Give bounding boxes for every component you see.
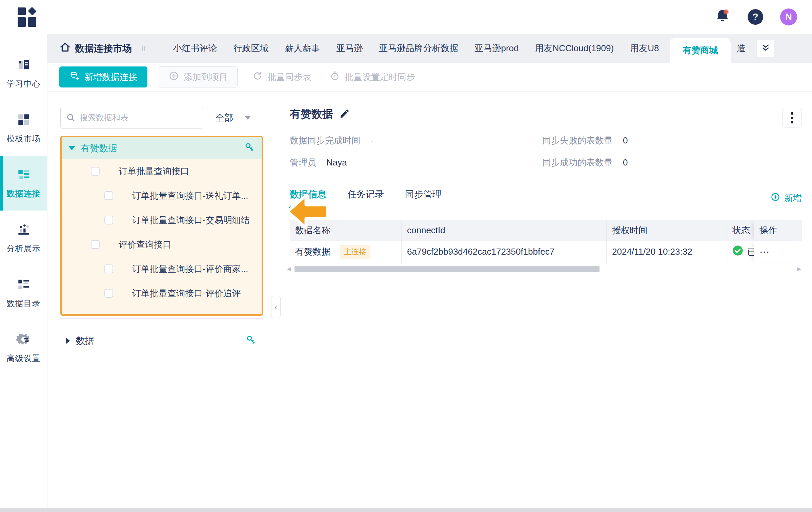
add-new-button[interactable]: 新增 [771,192,802,204]
connection-tab[interactable]: 造 [731,42,752,54]
info-value: Naya [326,157,347,168]
tree-item[interactable]: 订单批量查询接口 [62,159,262,183]
sidebar-item-learning-center[interactable]: 学习中心 [0,46,47,101]
tree-item[interactable]: 订单批量查询接口-评价商家... [62,257,262,281]
auth-key-icon[interactable] [244,142,255,154]
sidebar-item-advanced-settings[interactable]: 高级设置 [0,320,47,375]
top-bar: ? N [0,0,812,34]
checkbox[interactable] [91,240,100,249]
scope-filter-dropdown[interactable]: 全部 [216,112,251,124]
auth-key-icon[interactable] [245,335,256,347]
connect-id: 6a79cf2bb93d462cac172350f1bbfec7 [407,247,554,257]
add-to-project-button[interactable]: 添加到项目 [159,66,238,87]
tab-data-info[interactable]: 数据信息 [290,188,326,208]
sidebar-item-data-connection[interactable]: 数据连接 [0,156,47,211]
tab-task-records[interactable]: 任务记录 [347,188,384,208]
primary-connection-badge: 主连接 [340,245,370,259]
tab-sync-management[interactable]: 同步管理 [405,188,442,208]
checkbox[interactable] [104,216,113,224]
column-header: connectId [402,220,607,241]
tree-item-label: 订单批量查询接口-评价追评 [132,288,241,299]
connection-tab[interactable]: 亚马逊 [328,42,371,54]
sidebar-item-label: 数据连接 [7,188,41,199]
connection-tab-active[interactable]: 有赞商城 [670,38,731,63]
connection-tab[interactable]: 薪人薪事 [277,42,328,54]
connection-info: 数据同步完成时间 - 同步失败的表数量 0 管理员 Naya 同步成功的表数 [290,135,802,169]
batch-schedule-sync-button[interactable]: 批量设置定时同步 [326,66,419,87]
row-more-actions-icon[interactable]: ⋯ [759,246,770,258]
button-label: 批量设置定时同步 [345,71,415,83]
tab-overflow-button[interactable] [756,39,775,58]
notification-bell-icon[interactable] [714,8,731,26]
connection-tab[interactable]: 亚马逊prod [466,42,527,54]
table-row-connectid-cell: 6a79cf2bb93d462cac172350f1bbfec7 [402,241,607,263]
tree-item[interactable]: 订单批量查询接口-送礼订单... [62,183,262,208]
checkbox[interactable] [104,191,113,200]
toolbar: 新增数据连接 添加到项目 [47,63,812,92]
table-row-status-cell: 已 [727,241,754,263]
column-header: 状态 [727,220,754,241]
info-label: 管理员 [290,157,316,169]
connection-tab[interactable]: 小红书评论 [165,42,225,54]
breadcrumb[interactable]: 数据连接市场 [59,41,132,55]
scrollbar-thumb[interactable] [295,266,600,272]
search-input[interactable] [60,107,203,129]
clipped-tab-text: ir [141,43,146,54]
column-header: 授权时间 [607,220,727,241]
edit-pencil-icon[interactable] [339,108,350,120]
tree-group-label: 数据 [76,335,94,347]
table-row-authtime-cell: 2024/11/20 10:23:32 [607,241,727,263]
connection-detail-panel: 有赞数据 数据同步完成时间 - [276,92,812,508]
button-label: 批量同步表 [267,71,311,83]
checkbox[interactable] [104,264,113,273]
sidebar-item-template-market[interactable]: 模板市场 [0,101,47,156]
sidebar-item-data-catalog[interactable]: 数据目录 [0,265,47,320]
status-text: 已 [747,246,754,258]
sidebar-item-label: 分析展示 [7,243,41,254]
tree-item-label: 订单批量查询接口-评价商家... [132,263,248,275]
tree-item-label: 评价查询接口 [119,239,171,251]
detail-tabs: 数据信息 任务记录 同步管理 新增 [290,188,802,208]
connection-name: 有赞数据 [295,246,330,258]
logo-square [18,17,26,27]
scroll-right-icon[interactable]: ▶ [797,266,801,272]
tree-group-youzan[interactable]: 有赞数据 [62,137,262,159]
tree-group-data[interactable]: 数据 [60,319,263,363]
home-icon [59,41,71,55]
connection-tab[interactable]: 亚马逊品牌分析数据 [371,42,466,54]
connection-tab[interactable]: 用友U8 [622,42,667,54]
panel-collapse-handle[interactable]: ‹ [271,296,281,318]
connection-tab-strip: 数据连接市场 ir 小红书评论 行政区域 薪人薪事 亚马逊 亚马逊品牌分析数据 … [47,34,812,63]
data-table: 数据名称 connectId 授权时间 状态 操作 有赞数据 主连接 6a79c… [290,220,802,263]
info-value: - [370,135,373,146]
tree-item[interactable]: 订单批量查询接口-评价追评 [62,281,262,306]
connection-tab[interactable]: 行政区域 [225,42,277,54]
sidebar-item-label: 数据目录 [7,298,41,309]
tree-item[interactable]: 订单批量查询接口-交易明细结 [62,208,262,232]
new-data-connection-button[interactable]: 新增数据连接 [59,66,147,87]
nav-sidebar: 学习中心 模板市场 [0,34,47,508]
plus-circle-icon [771,192,780,204]
sidebar-item-analysis-display[interactable]: 分析展示 [0,211,47,265]
data-tree-panel: 全部 有赞数据 [47,92,276,508]
tree-item[interactable]: 评价查询接口 [62,232,262,257]
sidebar-item-label: 高级设置 [7,353,41,364]
help-icon[interactable]: ? [748,9,763,25]
connection-tab[interactable]: 用友NCCloud(1909) [527,42,622,54]
more-menu-button[interactable] [782,108,802,127]
info-label: 同步失败的表数量 [542,135,613,146]
user-avatar[interactable]: N [780,8,797,25]
scroll-left-icon[interactable]: ◀ [287,266,291,272]
search-icon [66,113,76,124]
checkbox[interactable] [91,167,100,176]
tree-group-label: 有赞数据 [81,142,117,154]
checkbox[interactable] [104,289,113,298]
info-label: 数据同步完成时间 [290,135,360,146]
button-label: 新增数据连接 [84,71,137,83]
app-logo-icon[interactable] [18,7,37,27]
info-label: 同步成功的表数量 [542,157,613,169]
column-header: 操作 [754,220,802,241]
divider [60,363,263,363]
tree-item-label: 订单批量查询接口-交易明细结 [132,214,250,226]
batch-sync-tables-button[interactable]: 批量同步表 [249,66,315,87]
